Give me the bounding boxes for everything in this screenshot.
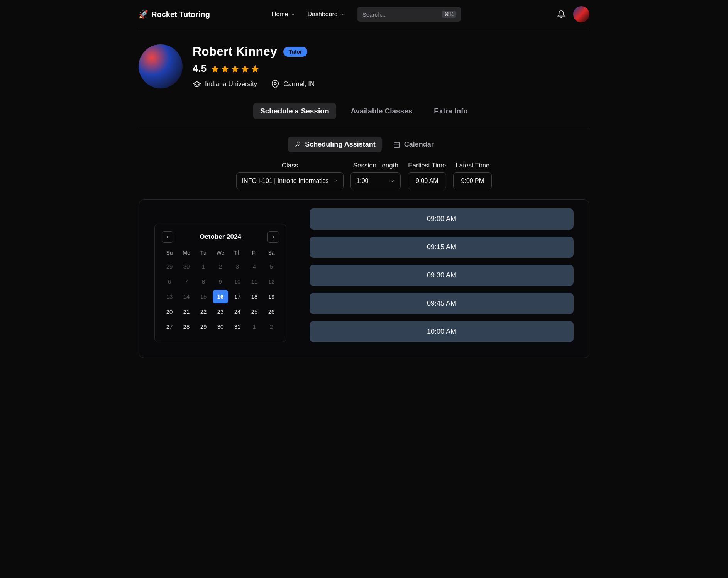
calendar-day: 2 [264, 320, 279, 333]
calendar-day: 15 [196, 290, 211, 303]
earliest-time-input[interactable]: 9:00 AM [408, 172, 446, 189]
calendar-day: 3 [230, 260, 245, 273]
session-length-select[interactable]: 1:00 [350, 172, 401, 189]
graduation-cap-icon [193, 80, 201, 88]
time-slot[interactable]: 09:30 AM [310, 265, 574, 286]
nav-dashboard[interactable]: Dashboard [308, 11, 345, 18]
earliest-time-label: Earliest Time [408, 162, 446, 169]
calendar-icon [393, 141, 400, 148]
calendar-day[interactable]: 31 [230, 320, 245, 333]
calendar-day[interactable]: 29 [196, 320, 211, 333]
star-icon [210, 64, 220, 73]
calendar-dow: Tu [196, 247, 211, 258]
rocket-icon: 🚀 [139, 10, 148, 19]
calendar-dow: Fr [247, 247, 262, 258]
calendar-day: 1 [196, 260, 211, 273]
calendar-day[interactable]: 25 [247, 305, 262, 318]
location-label: Carmel, IN [283, 80, 315, 88]
wand-icon [294, 141, 301, 148]
time-slot[interactable]: 09:45 AM [310, 293, 574, 314]
calendar-day[interactable]: 20 [162, 305, 177, 318]
user-avatar[interactable] [573, 6, 589, 22]
main-tabs: Schedule a SessionAvailable ClassesExtra… [139, 100, 589, 127]
tab-extra-info[interactable]: Extra Info [427, 103, 475, 119]
latest-time-input[interactable]: 9:00 PM [453, 172, 492, 189]
calendar-day: 8 [196, 275, 211, 288]
subtab-label: Scheduling Assistant [305, 140, 375, 149]
calendar-day: 14 [179, 290, 194, 303]
nav-label: Home [272, 11, 288, 18]
calendar-day[interactable]: 16 [213, 290, 228, 303]
calendar-day[interactable]: 22 [196, 305, 211, 318]
calendar-day[interactable]: 27 [162, 320, 177, 333]
class-label: Class [282, 162, 298, 169]
star-icon [220, 64, 230, 73]
calendar-day[interactable]: 23 [213, 305, 228, 318]
calendar-day: 2 [213, 260, 228, 273]
subtab-scheduling-assistant[interactable]: Scheduling Assistant [288, 137, 381, 152]
map-pin-icon [271, 80, 279, 88]
bell-icon[interactable] [557, 10, 565, 19]
tab-available-classes[interactable]: Available Classes [344, 103, 420, 119]
class-select[interactable]: INFO I-101 | Intro to Informatics [236, 172, 344, 189]
search-input[interactable]: Search... ⌘ K [357, 7, 461, 22]
tab-schedule-a-session[interactable]: Schedule a Session [253, 103, 336, 119]
calendar-day: 13 [162, 290, 177, 303]
rating-stars [210, 64, 260, 73]
nav-label: Dashboard [308, 11, 338, 18]
sub-tabs: Scheduling AssistantCalendar [139, 127, 589, 160]
calendar-day[interactable]: 21 [179, 305, 194, 318]
nav-home[interactable]: Home [272, 11, 295, 18]
calendar-day[interactable]: 18 [247, 290, 262, 303]
svg-rect-1 [394, 142, 400, 148]
calendar-prev-button[interactable] [162, 231, 173, 243]
time-slot[interactable]: 09:00 AM [310, 208, 574, 230]
calendar-day: 4 [247, 260, 262, 273]
search-placeholder: Search... [362, 11, 386, 18]
calendar-day: 30 [179, 260, 194, 273]
brand[interactable]: 🚀 Rocket Tutoring [139, 10, 210, 19]
calendar-dow: Mo [179, 247, 194, 258]
calendar-day[interactable]: 17 [230, 290, 245, 303]
subtab-label: Calendar [404, 140, 434, 149]
calendar-day: 6 [162, 275, 177, 288]
calendar-dow: Su [162, 247, 177, 258]
session-length-value: 1:00 [356, 177, 368, 184]
chevron-right-icon [271, 234, 276, 240]
calendar-day: 5 [264, 260, 279, 273]
class-value: INFO I-101 | Intro to Informatics [242, 177, 329, 184]
calendar-month-label: October 2024 [200, 233, 241, 241]
calendar-day[interactable]: 28 [179, 320, 194, 333]
brand-name: Rocket Tutoring [151, 10, 210, 19]
calendar-day[interactable]: 19 [264, 290, 279, 303]
calendar-day: 1 [247, 320, 262, 333]
calendar-day: 11 [247, 275, 262, 288]
svg-point-0 [274, 82, 276, 85]
calendar-day: 9 [213, 275, 228, 288]
session-length-label: Session Length [353, 162, 398, 169]
calendar-dow: We [213, 247, 228, 258]
time-slot[interactable]: 10:00 AM [310, 321, 574, 342]
subtab-calendar[interactable]: Calendar [387, 137, 440, 152]
calendar-day[interactable]: 30 [213, 320, 228, 333]
university-meta: Indiana University [193, 80, 257, 88]
chevron-down-icon [291, 12, 295, 17]
search-shortcut: ⌘ K [442, 11, 455, 18]
rating-value: 4.5 [193, 63, 207, 74]
latest-time-label: Latest Time [455, 162, 489, 169]
calendar-day[interactable]: 26 [264, 305, 279, 318]
location-meta: Carmel, IN [271, 80, 315, 88]
tutor-avatar [139, 44, 183, 88]
calendar-dow: Sa [264, 247, 279, 258]
calendar-day: 12 [264, 275, 279, 288]
calendar-day[interactable]: 24 [230, 305, 245, 318]
university-label: Indiana University [205, 80, 257, 88]
calendar-day: 7 [179, 275, 194, 288]
calendar-next-button[interactable] [267, 231, 279, 243]
time-slot[interactable]: 09:15 AM [310, 237, 574, 258]
chevron-down-icon [332, 178, 338, 184]
calendar-dow: Th [230, 247, 245, 258]
calendar: October 2024 SuMoTuWeThFrSa2930123456789… [154, 224, 286, 342]
star-icon [230, 64, 240, 73]
tutor-badge: Tutor [283, 47, 308, 57]
